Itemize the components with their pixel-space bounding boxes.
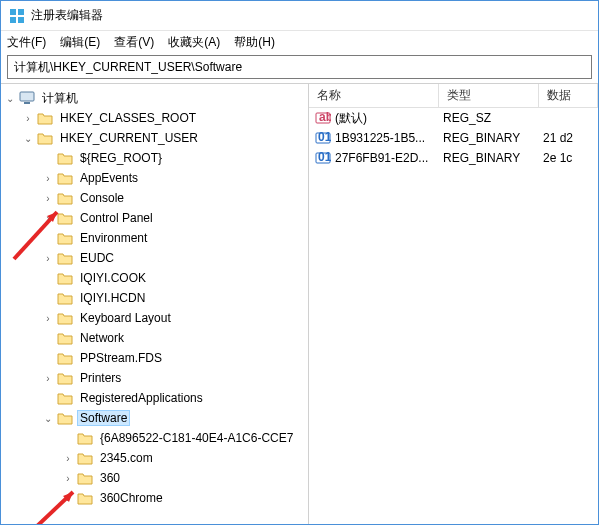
- menubar: 文件(F) 编辑(E) 查看(V) 收藏夹(A) 帮助(H): [1, 31, 598, 53]
- tree-label: PPStream.FDS: [77, 350, 165, 366]
- expand-icon[interactable]: ›: [61, 473, 75, 484]
- folder-icon: [77, 431, 93, 445]
- list-view[interactable]: 名称 类型 数据 ab (默认) REG_SZ 011 1B931225-1B5…: [309, 84, 598, 525]
- expand-icon[interactable]: ›: [21, 113, 35, 124]
- tree-label: HKEY_CLASSES_ROOT: [57, 110, 199, 126]
- value-data: 21 d2: [539, 131, 598, 145]
- menu-favorites[interactable]: 收藏夹(A): [168, 34, 220, 51]
- tree-view[interactable]: ⌄ 计算机 › HKEY_CLASSES_ROOT ⌄ HKEY_CURRENT…: [1, 84, 309, 525]
- tree-item-network[interactable]: Network: [1, 328, 308, 348]
- tree-label: Printers: [77, 370, 124, 386]
- expand-icon[interactable]: ›: [41, 213, 55, 224]
- tree-item-sw-360chrome[interactable]: ›360Chrome: [1, 488, 308, 508]
- tree-label: Network: [77, 330, 127, 346]
- tree-label: RegisteredApplications: [77, 390, 206, 406]
- reg-string-icon: ab: [315, 110, 331, 126]
- value-name: 1B931225-1B5...: [335, 131, 439, 145]
- folder-icon: [57, 351, 73, 365]
- tree-label: 360: [97, 470, 123, 486]
- window-title: 注册表编辑器: [31, 7, 103, 24]
- tree-item-appevents[interactable]: ›AppEvents: [1, 168, 308, 188]
- reg-binary-icon: 011: [315, 150, 331, 166]
- address-bar[interactable]: 计算机\HKEY_CURRENT_USER\Software: [7, 55, 592, 79]
- value-type: REG_SZ: [439, 111, 539, 125]
- menu-help[interactable]: 帮助(H): [234, 34, 275, 51]
- svg-text:011: 011: [318, 150, 331, 164]
- tree-label: IQIYI.COOK: [77, 270, 149, 286]
- expand-icon[interactable]: ⌄: [41, 413, 55, 424]
- tree-root[interactable]: ⌄ 计算机: [1, 88, 308, 108]
- list-row[interactable]: ab (默认) REG_SZ: [309, 108, 598, 128]
- tree-hkcu[interactable]: ⌄ HKEY_CURRENT_USER: [1, 128, 308, 148]
- list-row[interactable]: 011 27F6FB91-E2D... REG_BINARY 2e 1c: [309, 148, 598, 168]
- tree-label: ${REG_ROOT}: [77, 150, 165, 166]
- tree-item-controlpanel[interactable]: ›Control Panel: [1, 208, 308, 228]
- expand-icon[interactable]: ›: [41, 313, 55, 324]
- folder-icon: [77, 451, 93, 465]
- expand-icon[interactable]: ›: [41, 193, 55, 204]
- tree-label: EUDC: [77, 250, 117, 266]
- tree-item-iqiyicook[interactable]: IQIYI.COOK: [1, 268, 308, 288]
- expand-icon[interactable]: ›: [61, 453, 75, 464]
- expand-icon[interactable]: ⌄: [3, 93, 17, 104]
- folder-icon: [77, 491, 93, 505]
- value-type: REG_BINARY: [439, 131, 539, 145]
- expand-icon[interactable]: ›: [61, 493, 75, 504]
- tree-label: 2345.com: [97, 450, 156, 466]
- list-row[interactable]: 011 1B931225-1B5... REG_BINARY 21 d2: [309, 128, 598, 148]
- svg-rect-3: [18, 17, 24, 23]
- expand-icon[interactable]: ›: [41, 373, 55, 384]
- tree-label: {6A896522-C181-40E4-A1C6-CCE7: [97, 430, 296, 446]
- expand-icon[interactable]: ›: [41, 173, 55, 184]
- folder-icon: [57, 311, 73, 325]
- list-header: 名称 类型 数据: [309, 84, 598, 108]
- tree-item-ppstream[interactable]: PPStream.FDS: [1, 348, 308, 368]
- svg-rect-0: [10, 9, 16, 15]
- col-header-data[interactable]: 数据: [539, 84, 598, 107]
- tree-item-printers[interactable]: ›Printers: [1, 368, 308, 388]
- tree-label: Control Panel: [77, 210, 156, 226]
- main-panel: ⌄ 计算机 › HKEY_CLASSES_ROOT ⌄ HKEY_CURRENT…: [1, 83, 598, 525]
- svg-rect-5: [24, 102, 30, 104]
- tree-item-sw-2345[interactable]: ›2345.com: [1, 448, 308, 468]
- folder-icon: [57, 251, 73, 265]
- tree-hkcr[interactable]: › HKEY_CLASSES_ROOT: [1, 108, 308, 128]
- tree-item-eudc[interactable]: ›EUDC: [1, 248, 308, 268]
- expand-icon[interactable]: ⌄: [21, 133, 35, 144]
- tree-label: Console: [77, 190, 127, 206]
- menu-edit[interactable]: 编辑(E): [60, 34, 100, 51]
- tree-item-regroot[interactable]: ${REG_ROOT}: [1, 148, 308, 168]
- expand-icon[interactable]: ›: [41, 253, 55, 264]
- folder-icon: [57, 151, 73, 165]
- folder-icon: [57, 231, 73, 245]
- tree-label: Environment: [77, 230, 150, 246]
- tree-item-environment[interactable]: Environment: [1, 228, 308, 248]
- tree-item-registered[interactable]: RegisteredApplications: [1, 388, 308, 408]
- col-header-type[interactable]: 类型: [439, 84, 539, 107]
- folder-icon: [57, 391, 73, 405]
- reg-binary-icon: 011: [315, 130, 331, 146]
- menu-view[interactable]: 查看(V): [114, 34, 154, 51]
- folder-icon: [37, 131, 53, 145]
- tree-item-sw-360[interactable]: ›360: [1, 468, 308, 488]
- col-header-name[interactable]: 名称: [309, 84, 439, 107]
- list-body: ab (默认) REG_SZ 011 1B931225-1B5... REG_B…: [309, 108, 598, 168]
- menu-file[interactable]: 文件(F): [7, 34, 46, 51]
- folder-icon: [57, 291, 73, 305]
- folder-icon: [57, 191, 73, 205]
- folder-icon: [57, 411, 73, 425]
- folder-icon: [57, 171, 73, 185]
- svg-rect-2: [10, 17, 16, 23]
- tree-label: Software: [77, 410, 130, 426]
- tree-label: 360Chrome: [97, 490, 166, 506]
- tree-item-iqiyihcdn[interactable]: IQIYI.HCDN: [1, 288, 308, 308]
- tree-label: IQIYI.HCDN: [77, 290, 148, 306]
- tree-item-software[interactable]: ⌄Software: [1, 408, 308, 428]
- tree-item-sw-guid[interactable]: {6A896522-C181-40E4-A1C6-CCE7: [1, 428, 308, 448]
- tree-root-label: 计算机: [39, 89, 81, 108]
- tree-item-keyboard[interactable]: ›Keyboard Layout: [1, 308, 308, 328]
- tree-item-console[interactable]: ›Console: [1, 188, 308, 208]
- value-name: (默认): [335, 110, 439, 127]
- computer-icon: [19, 91, 35, 105]
- svg-text:ab: ab: [319, 110, 331, 124]
